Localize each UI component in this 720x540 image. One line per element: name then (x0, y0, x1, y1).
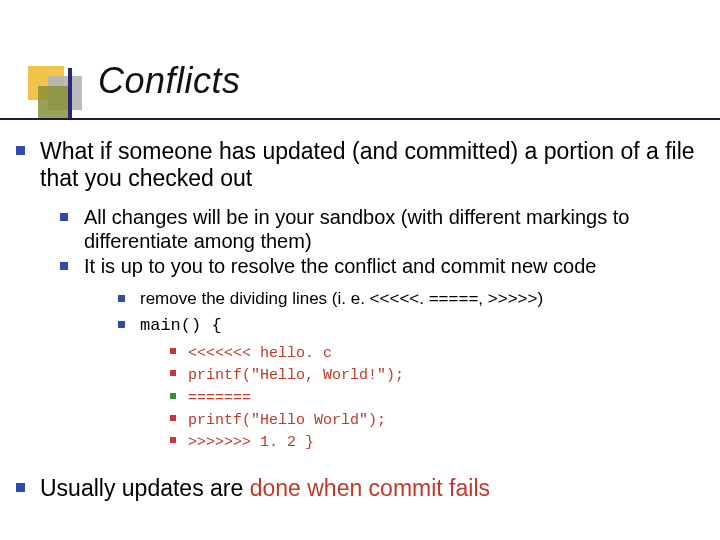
code-line-4: printf("Hello World"); (170, 409, 706, 431)
bullet-l1-b2-text: Usually updates are done when commit fai… (40, 475, 490, 501)
code-line-2: printf("Hello, World!"); (170, 364, 706, 386)
bullet-l2-list: All changes will be in your sandbox (wit… (40, 206, 706, 453)
deco-vertical-line (68, 68, 72, 120)
code-line-5-text: >>>>>>> 1. 2 } (188, 434, 314, 451)
bullet-l1-text: What if someone has updated (and committ… (40, 138, 695, 191)
bullet-l2-a-text: All changes will be in your sandbox (wit… (84, 206, 629, 252)
slide-title: Conflicts (98, 60, 241, 102)
bullet-l3-list: remove the dividing lines (i. e. <<<<<. … (84, 289, 706, 453)
slide-body: What if someone has updated (and committ… (14, 138, 706, 513)
code-line-4-text: printf("Hello World"); (188, 412, 386, 429)
code-line-3-text: ======= (188, 390, 251, 407)
bullet-l3-ii-text: main() { (140, 316, 222, 335)
bullet-l3-ii: main() { <<<<<<< hello. c printf("Hello,… (118, 315, 706, 453)
bullet-l2-b-text: It is up to you to resolve the conflict … (84, 255, 596, 277)
bullet-b2-red: done when commit fails (250, 475, 490, 501)
title-decoration (28, 66, 88, 110)
title-area: Conflicts (0, 60, 720, 120)
code-line-5: >>>>>>> 1. 2 } (170, 431, 706, 453)
bullet-l1-b2: Usually updates are done when commit fai… (14, 475, 706, 502)
code-lines: <<<<<<< hello. c printf("Hello, World!")… (140, 342, 706, 453)
bullet-list: What if someone has updated (and committ… (14, 138, 706, 503)
bullet-l2-a: All changes will be in your sandbox (wit… (60, 206, 706, 253)
bullet-l1: What if someone has updated (and committ… (14, 138, 706, 453)
code-line-1-text: <<<<<<< hello. c (188, 345, 332, 362)
code-line-2-text: printf("Hello, World!"); (188, 367, 404, 384)
deco-square-olive (38, 86, 70, 118)
code-line-3: ======= (170, 387, 706, 409)
bullet-l2-b: It is up to you to resolve the conflict … (60, 255, 706, 453)
title-rule (0, 118, 720, 120)
bullet-b2-pre: Usually updates are (40, 475, 250, 501)
code-line-1: <<<<<<< hello. c (170, 342, 706, 364)
bullet-l3-i: remove the dividing lines (i. e. <<<<<. … (118, 289, 706, 309)
bullet-l3-i-text: remove the dividing lines (i. e. <<<<<. … (140, 289, 543, 308)
slide: Conflicts What if someone has updated (a… (0, 0, 720, 540)
